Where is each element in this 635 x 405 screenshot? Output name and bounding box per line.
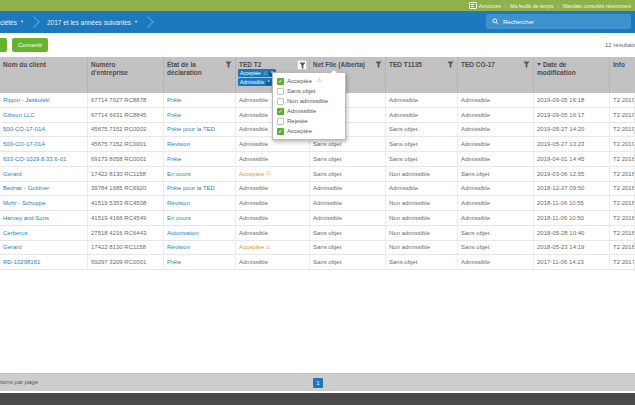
cell-status[interactable]: Prête pour la TED bbox=[164, 123, 236, 137]
filter-chip-label: Acceptée bbox=[240, 70, 261, 76]
topbar-link-label: Annonces bbox=[479, 3, 501, 9]
filter-option[interactable]: Rejetée bbox=[273, 116, 345, 126]
cell-client[interactable]: Bednar - Goldner bbox=[0, 182, 88, 196]
cell-ted_t1135: Admissible bbox=[386, 182, 458, 196]
column-header-info[interactable]: Info bbox=[610, 57, 635, 93]
column-header-business_number[interactable]: Numéro d'entreprise bbox=[88, 57, 164, 93]
search-input[interactable]: Rechercher bbox=[486, 14, 631, 29]
checkbox-unchecked-icon[interactable] bbox=[277, 98, 284, 105]
column-header-ted_co17[interactable]: TED CO-17 bbox=[458, 57, 534, 93]
filter-option[interactable]: Sans objet bbox=[273, 86, 345, 96]
cell-status[interactable]: Prête bbox=[164, 255, 236, 269]
filter-icon[interactable] bbox=[375, 61, 382, 68]
table-row[interactable]: RD-1029816169297 3209 RC0001PrêteAdmissi… bbox=[0, 255, 635, 270]
cell-client[interactable]: Gerard bbox=[0, 167, 88, 181]
cell-client[interactable]: 633-CO-1029.8.33.6-01 bbox=[0, 152, 88, 166]
cell-business_number: 41519 5353 RC4508 bbox=[88, 196, 164, 210]
announcements-icon bbox=[469, 2, 477, 9]
table-row[interactable]: Gerard17422 8130 RC1158RévisionAcceptée⚠… bbox=[0, 241, 635, 256]
cell-ted_t2: Admissible bbox=[236, 226, 310, 240]
cell-client[interactable]: 500-CO-17-01A bbox=[0, 137, 88, 151]
cell-net_file: Sans objet bbox=[310, 241, 386, 255]
checkbox-unchecked-icon[interactable] bbox=[277, 118, 284, 125]
checkbox-checked-icon[interactable]: ✓ bbox=[277, 108, 284, 115]
topbar-link[interactable]: Mandats consultés récemment bbox=[563, 3, 631, 9]
cell-modified: 2019-04-01 14:45 bbox=[534, 152, 610, 166]
cell-status[interactable]: Prête bbox=[164, 93, 236, 107]
column-header-status[interactable]: État de la déclaration bbox=[164, 57, 236, 93]
navbar: Sociétés▼2017 et les années suivantes▼ R… bbox=[0, 11, 635, 33]
cell-ted_t1135: Non admissible bbox=[386, 241, 458, 255]
cell-status[interactable]: Prête pour la TED bbox=[164, 182, 236, 196]
checkbox-unchecked-icon[interactable] bbox=[277, 88, 284, 95]
cell-status[interactable]: Révision bbox=[164, 137, 236, 151]
chevron-down-icon: ▼ bbox=[134, 20, 138, 24]
checkbox-checked-icon[interactable]: ✓ bbox=[277, 78, 284, 85]
breadcrumb-item[interactable]: 2017 et les années suivantes▼ bbox=[45, 19, 140, 26]
cell-status[interactable]: En cours bbox=[164, 211, 236, 225]
filter-icon[interactable] bbox=[523, 61, 530, 68]
cell-client[interactable]: Rippin - Jaskolski bbox=[0, 93, 88, 107]
cell-status[interactable]: En cours bbox=[164, 167, 236, 181]
breadcrumb-item[interactable]: Sociétés▼ bbox=[0, 19, 26, 26]
filter-option[interactable]: Non admissible bbox=[273, 96, 345, 106]
topbar-link[interactable]: Ma feuille de temps bbox=[510, 3, 553, 9]
footer-bar bbox=[0, 393, 635, 405]
filter-icon[interactable] bbox=[447, 61, 454, 68]
cell-status[interactable]: Autorisation bbox=[164, 226, 236, 240]
column-header-client[interactable]: Nom du client bbox=[0, 57, 88, 93]
column-header-modified[interactable]: Date de modification bbox=[534, 57, 610, 93]
filter-option[interactable]: ✓Acceptée bbox=[273, 126, 345, 136]
checkbox-checked-icon[interactable]: ✓ bbox=[277, 128, 284, 135]
filter-dropdown: ✓Acceptée⚠Sans objetNon admissible✓Admis… bbox=[272, 72, 346, 140]
cell-ted_t2: Admissible bbox=[236, 255, 310, 269]
page-button-1[interactable]: 1 bbox=[313, 378, 323, 388]
cell-ted_t1135: Sans objet bbox=[386, 152, 458, 166]
filter-chip: Acceptée⚠× bbox=[238, 69, 276, 77]
table-row[interactable]: 633-CO-1029.8.33.6-0169173 8058 RC0001Pr… bbox=[0, 152, 635, 167]
cell-info: T2 2018 bbox=[610, 211, 635, 225]
topbar-link[interactable]: Annonces bbox=[469, 2, 501, 9]
cell-client[interactable]: Mohr - Schuppe bbox=[0, 196, 88, 210]
cell-ted_co17: Sans objet bbox=[458, 226, 534, 240]
cell-net_file: Admissible bbox=[310, 182, 386, 196]
table-row[interactable]: Mohr - Schuppe41519 5353 RC4508RévisionA… bbox=[0, 196, 635, 211]
column-header-ted_t1135[interactable]: TED T1135 bbox=[386, 57, 458, 93]
table-row[interactable]: Gerard17422 8130 RC1158En coursAcceptée⚠… bbox=[0, 167, 635, 182]
cell-status[interactable]: Prête bbox=[164, 152, 236, 166]
filter-option[interactable]: ✓Admissible bbox=[273, 106, 345, 116]
status-text: Acceptée bbox=[239, 171, 264, 177]
cell-client[interactable]: Harvey and Sons bbox=[0, 211, 88, 225]
cell-net_file: Sans objet bbox=[310, 226, 386, 240]
cell-client[interactable]: RD-10298161 bbox=[0, 255, 88, 269]
warning-icon: ⚠ bbox=[317, 78, 322, 84]
convert-button[interactable]: Convertir bbox=[12, 38, 48, 52]
remove-chip-icon[interactable]: × bbox=[266, 80, 271, 85]
column-header-label: TED CO-17 bbox=[458, 57, 533, 69]
cell-status[interactable]: Révision bbox=[164, 196, 236, 210]
cell-business_number: 41519 4166 RC4549 bbox=[88, 211, 164, 225]
cell-modified: 2019-03-06 12:55 bbox=[534, 167, 610, 181]
toolbar-button-partial[interactable] bbox=[0, 38, 7, 52]
filter-icon[interactable] bbox=[225, 61, 232, 68]
cell-client[interactable]: 500-CO-17-01A bbox=[0, 123, 88, 137]
cell-info: T2 2019 bbox=[610, 108, 635, 122]
cell-business_number: 45675 7152 RC0001 bbox=[88, 137, 164, 151]
cell-client[interactable]: Gerard bbox=[0, 241, 88, 255]
cell-ted_co17: Sans objet bbox=[458, 241, 534, 255]
cell-client[interactable]: Cerberus bbox=[0, 226, 88, 240]
search-placeholder: Rechercher bbox=[503, 19, 534, 25]
cell-info: T2 2018 bbox=[610, 226, 635, 240]
cell-ted_t1135: Sans objet bbox=[386, 255, 458, 269]
cell-status[interactable]: Révision bbox=[164, 241, 236, 255]
table-row[interactable]: Harvey and Sons41519 4166 RC4549En cours… bbox=[0, 211, 635, 226]
table-row[interactable]: Bednar - Goldner39784 1685 RC6920Prête p… bbox=[0, 182, 635, 197]
cell-business_number: 39784 1685 RC6920 bbox=[88, 182, 164, 196]
warning-icon: ⚠ bbox=[266, 171, 271, 177]
cell-client[interactable]: Gibson LLC bbox=[0, 108, 88, 122]
filter-option[interactable]: ✓Acceptée⚠ bbox=[273, 76, 345, 86]
pagination-bar: tions par page 1 bbox=[0, 373, 635, 391]
table-row[interactable]: Cerberus27518 4216 RC6443AutorisationAdm… bbox=[0, 226, 635, 241]
cell-status[interactable]: Prête bbox=[164, 108, 236, 122]
results-count: 12 résultats bbox=[605, 42, 635, 48]
